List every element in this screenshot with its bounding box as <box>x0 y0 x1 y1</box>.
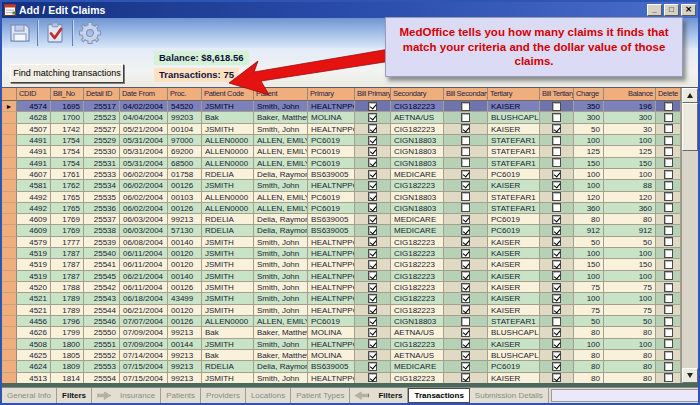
bill_primary-checkbox[interactable] <box>368 339 377 348</box>
minimize-button[interactable]: _ <box>647 4 662 16</box>
cell-bill_primary[interactable] <box>355 112 391 123</box>
bill_secondary-checkbox[interactable] <box>461 170 470 179</box>
cell-delete[interactable] <box>656 293 681 304</box>
row-selector[interactable] <box>2 282 17 293</box>
cell-delete[interactable] <box>656 158 681 169</box>
claim-row[interactable]: 450717422552705/21/200400104JSMITHSmith,… <box>2 124 681 135</box>
bill_primary-checkbox[interactable] <box>368 170 377 179</box>
cell-bill_tertiary[interactable] <box>540 248 574 259</box>
bill_secondary-checkbox[interactable] <box>461 113 470 122</box>
claim-row[interactable]: 450818002555107/09/200400144JSMITHSmith,… <box>2 339 681 350</box>
scrollbar-thumb[interactable] <box>682 103 698 151</box>
cell-delete[interactable] <box>656 169 681 180</box>
delete-checkbox[interactable] <box>664 237 673 246</box>
cell-bill_secondary[interactable] <box>444 180 488 191</box>
delete-checkbox[interactable] <box>664 328 673 337</box>
column-header-detail_id[interactable]: Detail ID <box>84 88 120 101</box>
column-header-patient[interactable]: Patient <box>254 88 308 101</box>
delete-checkbox[interactable] <box>664 203 673 212</box>
cell-bill_secondary[interactable] <box>444 271 488 282</box>
bill_primary-checkbox[interactable] <box>368 113 377 122</box>
bill_primary-checkbox[interactable] <box>368 237 377 246</box>
delete-checkbox[interactable] <box>664 305 673 314</box>
bill_tertiary-checkbox[interactable] <box>552 249 561 258</box>
delete-checkbox[interactable] <box>664 317 673 326</box>
claim-row[interactable]: 449117542553105/31/200468500ALLEN0000ALL… <box>2 158 681 169</box>
save-button[interactable] <box>6 20 34 46</box>
cell-delete[interactable] <box>656 305 681 316</box>
row-selector[interactable] <box>2 158 17 169</box>
claim-row[interactable]: 460917692553706/03/200499213RDELIADelia,… <box>2 214 681 225</box>
row-selector[interactable] <box>2 112 17 123</box>
claim-row[interactable]: 449117542553005/31/200469200ALLEN0000ALL… <box>2 146 681 157</box>
cell-bill_tertiary[interactable] <box>540 339 574 350</box>
cell-delete[interactable] <box>656 271 681 282</box>
bill_primary-checkbox[interactable] <box>368 215 377 224</box>
cell-bill_primary[interactable] <box>355 350 391 361</box>
cell-delete[interactable] <box>656 237 681 248</box>
row-selector[interactable] <box>2 248 17 259</box>
cell-bill_tertiary[interactable] <box>540 225 574 236</box>
claim-row[interactable]: 462617992555007/09/200499213BakBaker, Ma… <box>2 327 681 338</box>
bill_primary-checkbox[interactable] <box>368 271 377 280</box>
bill_tertiary-checkbox[interactable] <box>552 170 561 179</box>
bill_primary-checkbox[interactable] <box>368 249 377 258</box>
cell-bill_secondary[interactable] <box>444 101 488 112</box>
bill_tertiary-checkbox[interactable] <box>552 271 561 280</box>
cell-bill_secondary[interactable] <box>444 282 488 293</box>
bill_tertiary-checkbox[interactable] <box>552 260 561 269</box>
claim-row[interactable]: 452117892554406/21/200400120JSMITHSmith,… <box>2 305 681 316</box>
cell-bill_secondary[interactable] <box>444 293 488 304</box>
cell-bill_secondary[interactable] <box>444 192 488 203</box>
delete-checkbox[interactable] <box>664 362 673 371</box>
bill_tertiary-checkbox[interactable] <box>552 373 561 382</box>
bill_secondary-checkbox[interactable] <box>461 158 470 167</box>
cell-bill_primary[interactable] <box>355 214 391 225</box>
claim-row[interactable]: 460917692553806/03/200457130RDELIADelia,… <box>2 225 681 236</box>
row-selector[interactable] <box>2 135 17 146</box>
bill_primary-checkbox[interactable] <box>368 203 377 212</box>
claim-row[interactable]: ►457416952551704/02/200454520JSMITHSmith… <box>2 101 681 112</box>
cell-delete[interactable] <box>656 112 681 123</box>
cell-bill_primary[interactable] <box>355 373 391 384</box>
cell-bill_primary[interactable] <box>355 305 391 316</box>
claim-row[interactable]: 451917872554506/21/200400140JSMITHSmith,… <box>2 271 681 282</box>
row-selector[interactable] <box>2 169 17 180</box>
bill_tertiary-checkbox[interactable] <box>552 124 561 133</box>
tab-general-info[interactable]: General Info <box>2 388 57 403</box>
cell-bill_primary[interactable] <box>355 135 391 146</box>
cell-bill_primary[interactable] <box>355 282 391 293</box>
cell-delete[interactable] <box>656 135 681 146</box>
bill_secondary-checkbox[interactable] <box>461 124 470 133</box>
delete-checkbox[interactable] <box>664 351 673 360</box>
cell-bill_secondary[interactable] <box>444 146 488 157</box>
close-button[interactable]: ✕ <box>681 4 696 16</box>
bill_tertiary-checkbox[interactable] <box>552 215 561 224</box>
bill_primary-checkbox[interactable] <box>368 192 377 201</box>
row-selector[interactable]: ► <box>2 101 17 112</box>
delete-checkbox[interactable] <box>664 158 673 167</box>
verify-claims-button[interactable] <box>41 20 69 46</box>
row-selector[interactable] <box>2 316 17 327</box>
cell-delete[interactable] <box>656 350 681 361</box>
bill_tertiary-checkbox[interactable] <box>552 328 561 337</box>
cell-bill_secondary[interactable] <box>444 158 488 169</box>
cell-bill_secondary[interactable] <box>444 248 488 259</box>
claim-row[interactable]: 457917772553906/08/200400140JSMITHSmith,… <box>2 237 681 248</box>
delete-checkbox[interactable] <box>664 260 673 269</box>
bill_secondary-checkbox[interactable] <box>461 203 470 212</box>
claim-row[interactable]: 452017882554206/11/200400126JSMITHSmith,… <box>2 282 681 293</box>
cell-bill_tertiary[interactable] <box>540 373 574 384</box>
cell-bill_tertiary[interactable] <box>540 112 574 123</box>
cell-bill_primary[interactable] <box>355 124 391 135</box>
cell-delete[interactable] <box>656 339 681 350</box>
column-header-tertiary[interactable]: Tertiary <box>488 88 540 101</box>
bill_tertiary-checkbox[interactable] <box>552 237 561 246</box>
claim-row[interactable]: 462418092555307/15/200499213RDELIADelia,… <box>2 361 681 372</box>
bill_tertiary-checkbox[interactable] <box>552 147 561 156</box>
tab-patients[interactable]: Patients <box>161 388 201 403</box>
delete-checkbox[interactable] <box>664 124 673 133</box>
cell-bill_primary[interactable] <box>355 225 391 236</box>
cell-bill_tertiary[interactable] <box>540 124 574 135</box>
cell-bill_primary[interactable] <box>355 339 391 350</box>
